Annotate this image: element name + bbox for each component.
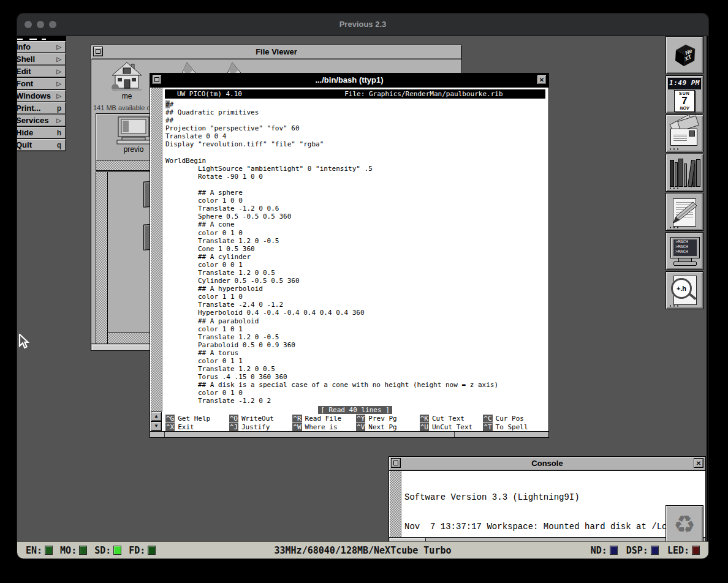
dock-tile-terminal[interactable]: >MACH>MACH>MACH bbox=[665, 232, 703, 270]
submenu-arrow-icon: ▷ bbox=[56, 56, 61, 62]
pico-command-cut-text: ^KCut Text bbox=[420, 415, 483, 423]
menu-item-hide[interactable]: Hideh bbox=[17, 127, 66, 139]
shortcut-key: ^R bbox=[292, 415, 301, 423]
dock-tile-workspace[interactable]: Ne XT bbox=[665, 36, 703, 74]
shortcut-label: WriteOut bbox=[241, 415, 274, 423]
computer-icon bbox=[116, 116, 151, 145]
file-viewer-titlebar[interactable]: File Viewer bbox=[91, 45, 461, 59]
pico-editor[interactable]: UW PICO(tm) 4.10 File: Graphics/RenderMa… bbox=[162, 88, 548, 431]
pencil-icon bbox=[669, 200, 700, 227]
pico-command-get-help: ^GGet Help bbox=[165, 415, 229, 423]
emulator-titlebar[interactable]: Previous 2.3 bbox=[17, 13, 708, 36]
console-titlebar[interactable]: Console ✕ bbox=[389, 457, 705, 471]
pico-command-writeout: ^OWriteOut bbox=[229, 415, 293, 423]
shortcut-label: To Spell bbox=[496, 423, 528, 431]
console-title: Console bbox=[389, 457, 705, 470]
menu-item-label: Windows bbox=[17, 91, 51, 100]
console-log: Software Version 3.3 (Lightning9I) Nov 7… bbox=[404, 473, 683, 541]
console-hscrollbar[interactable] bbox=[389, 537, 705, 541]
resize-bar-divider bbox=[454, 432, 455, 437]
dock-tile-mail[interactable] bbox=[665, 115, 703, 152]
pico-command-next-pg: ^VNext Pg bbox=[356, 423, 420, 432]
menu-title bbox=[17, 37, 66, 41]
pico-menu-row: ^XExit^JJustify^WWhere is^VNext Pg^UUnCu… bbox=[165, 423, 547, 432]
shortcut-label: Justify bbox=[241, 423, 270, 431]
shortcut-key: ^G bbox=[165, 415, 175, 423]
home-label: me bbox=[110, 92, 144, 100]
terminal-scrollbar[interactable] bbox=[151, 88, 162, 412]
shortcut-label: UnCut Text bbox=[432, 423, 472, 431]
menu-item-info[interactable]: Info▷ bbox=[17, 41, 66, 53]
menu-item-edit[interactable]: Edit▷ bbox=[17, 66, 66, 78]
menu-item-print[interactable]: Print...p bbox=[17, 102, 66, 115]
pico-command-read-file: ^RRead File bbox=[292, 415, 356, 423]
dock-tile-edit[interactable] bbox=[665, 193, 703, 231]
pico-command-prev-pg: ^YPrev Pg bbox=[356, 415, 420, 423]
file-viewer-title: File Viewer bbox=[91, 45, 461, 59]
dock-tile-preferences[interactable]: 1:49 PM SUN 7 NOV bbox=[665, 75, 703, 113]
pico-file-title: File: Graphics/RenderMan/paulbourke.rib bbox=[344, 89, 502, 99]
app-not-running-dots bbox=[669, 148, 678, 150]
page-background: Previous 2.3 Info▷Shell▷Edit▷Font▷Window… bbox=[0, 0, 728, 583]
pico-header: UW PICO(tm) 4.10 File: Graphics/RenderMa… bbox=[165, 89, 545, 99]
next-screen: Info▷Shell▷Edit▷Font▷Windows▷Print...pSe… bbox=[17, 36, 708, 541]
terminal-window: .../bin/bash (ttyp1) ✕ ▲ ▼ UW PICO(tm) 4… bbox=[150, 73, 549, 438]
shortcut-key: ^V bbox=[356, 423, 365, 431]
mouse-cursor bbox=[18, 334, 31, 350]
menu-item-services[interactable]: Services▷ bbox=[17, 115, 66, 127]
shortcut-label: Cur Pos bbox=[496, 415, 524, 423]
pico-text-buffer[interactable]: ## ## Quadratic primitives ## Projection… bbox=[165, 100, 498, 405]
pico-command-justify: ^JJustify bbox=[229, 423, 293, 432]
menu-item-shell[interactable]: Shell▷ bbox=[17, 53, 66, 66]
submenu-arrow-icon: ▷ bbox=[56, 92, 61, 99]
console-scrollbar[interactable] bbox=[390, 471, 401, 537]
terminal-scroll-buttons: ▲ ▼ bbox=[151, 412, 162, 431]
selected-disk-item[interactable]: previo bbox=[112, 116, 155, 154]
dock-tile-librarian[interactable] bbox=[665, 154, 703, 192]
screen-filler bbox=[707, 36, 708, 541]
terminal-titlebar[interactable]: .../bin/bash (ttyp1) ✕ bbox=[150, 73, 548, 88]
text-cursor: # bbox=[165, 100, 170, 108]
menu-item-label: Font bbox=[17, 79, 33, 88]
disk-info: 141 MB available o bbox=[93, 104, 151, 111]
console-body: Software Version 3.3 (Lightning9I) Nov 7… bbox=[389, 471, 705, 537]
scrollbar-knob[interactable] bbox=[390, 538, 426, 541]
pico-command-where-is: ^WWhere is bbox=[292, 423, 356, 432]
shortcut-label: Prev Pg bbox=[368, 415, 396, 423]
recycler-icon: ♻ bbox=[666, 507, 703, 541]
shortcut-key: ^O bbox=[229, 415, 238, 423]
dock-tile-headerviewer[interactable]: +.h bbox=[665, 271, 703, 309]
pico-command-cur-pos: ^CCur Pos bbox=[483, 415, 547, 423]
dock-tile-recycler[interactable]: ♻ bbox=[665, 505, 703, 541]
magnifier-icon: +.h bbox=[671, 278, 692, 299]
calendar-icon: SUN 7 NOV bbox=[674, 90, 695, 112]
machine-info: 33MHz/68040/128MB/NeXTcube Turbo bbox=[17, 545, 708, 556]
home-shelf-item[interactable]: me bbox=[110, 62, 144, 100]
close-icon[interactable]: ✕ bbox=[694, 458, 703, 468]
pico-menu-row: ^GGet Help^OWriteOut^RRead File^YPrev Pg… bbox=[165, 415, 547, 423]
shortcut-label: Next Pg bbox=[368, 423, 396, 431]
submenu-arrow-icon: ▷ bbox=[56, 43, 61, 50]
browser-scrollbar[interactable] bbox=[96, 172, 108, 344]
mach-boot-line: >MACH bbox=[675, 239, 697, 244]
shortcut-key: ^W bbox=[292, 423, 301, 431]
menu-key-equivalent: p bbox=[57, 104, 61, 113]
menu-item-quit[interactable]: Quitq bbox=[17, 139, 66, 151]
scroll-down-button[interactable]: ▼ bbox=[151, 421, 162, 431]
shortcut-label: Where is bbox=[305, 423, 338, 431]
shortcut-key: ^J bbox=[229, 423, 238, 431]
terminal-title: .../bin/bash (ttyp1) bbox=[150, 73, 548, 87]
app-not-running-dots bbox=[669, 227, 678, 228]
menu-item-font[interactable]: Font▷ bbox=[17, 78, 66, 90]
terminal-resize-bar[interactable] bbox=[150, 431, 548, 437]
pico-shortcut-menu: ^GGet Help^OWriteOut^RRead File^YPrev Pg… bbox=[165, 415, 547, 432]
menu-item-windows[interactable]: Windows▷ bbox=[17, 90, 66, 102]
menu-item-label: Edit bbox=[17, 67, 31, 76]
menu-key-equivalent: h bbox=[57, 129, 61, 137]
house-icon bbox=[111, 62, 143, 91]
scroll-up-button[interactable]: ▲ bbox=[151, 412, 162, 421]
pico-command-uncut-text: ^UUnCut Text bbox=[420, 423, 483, 432]
shortcut-key: ^C bbox=[483, 415, 492, 423]
close-icon[interactable]: ✕ bbox=[537, 75, 547, 85]
shortcut-key: ^U bbox=[420, 423, 429, 431]
